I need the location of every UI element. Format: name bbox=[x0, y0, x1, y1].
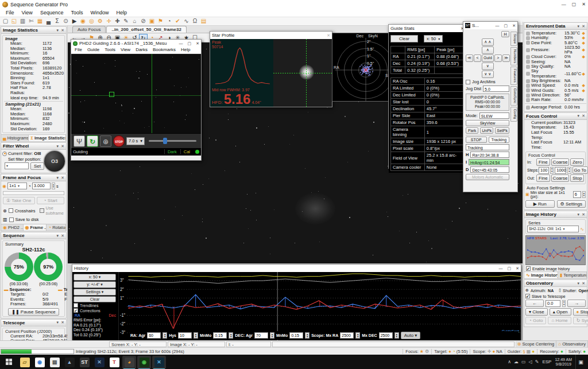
param-input-dec-agr[interactable]: 70 bbox=[254, 332, 268, 339]
jog-dist-input[interactable]: 5.0 bbox=[483, 86, 509, 92]
phd2-menu-item-tools[interactable]: Tools bbox=[102, 47, 118, 53]
tab-auto-focus[interactable]: Auto Focus bbox=[72, 26, 106, 33]
binning-dropdown[interactable]: 1x1 bbox=[7, 182, 27, 189]
slave-to-telescope-checkbox[interactable]: ✔ bbox=[525, 294, 530, 298]
taskbar-clock[interactable]: 12:49 AM9/8/2019 bbox=[555, 358, 572, 367]
run-sequence-icon[interactable]: ▶ bbox=[70, 17, 79, 25]
handbox-tab-scope[interactable]: Scope bbox=[510, 32, 517, 46]
loop-exposures-icon[interactable]: ↻ bbox=[87, 135, 98, 147]
steps-small-input[interactable]: 100 bbox=[539, 167, 549, 174]
phd2-menu-item-file[interactable]: File bbox=[72, 47, 84, 53]
close-icon[interactable] bbox=[516, 266, 519, 271]
phd2-menu-item-darks[interactable]: Darks bbox=[133, 47, 150, 53]
crosshairs-checkbox[interactable] bbox=[9, 208, 13, 213]
dock-tab-frame-[interactable]: ◉Frame ... bbox=[24, 224, 47, 231]
param-stepper[interactable]: ▲▼ bbox=[305, 332, 310, 339]
steps-large-stepper[interactable] bbox=[567, 167, 571, 174]
pin-icon[interactable] bbox=[57, 176, 59, 180]
checklist-icon[interactable]: ✔ bbox=[173, 17, 182, 25]
volume-icon[interactable]: ◁ bbox=[529, 359, 532, 364]
param-input-mx-dec[interactable]: 2500 bbox=[379, 332, 393, 339]
disable-icon[interactable]: ⊘ bbox=[139, 17, 148, 25]
filter-position-dropdown[interactable] bbox=[5, 162, 29, 169]
start-button[interactable] bbox=[0, 355, 17, 369]
close-panel-icon[interactable] bbox=[582, 24, 585, 29]
rotate-left-button[interactable] bbox=[525, 300, 544, 307]
hidden-icons-icon[interactable]: ∧ bbox=[508, 359, 511, 364]
pixinsight-icon[interactable]: ✕ bbox=[92, 356, 106, 369]
brightness-slider[interactable] bbox=[149, 140, 196, 142]
hourangle-field[interactable]: HrAng=01:24:54 bbox=[469, 159, 509, 165]
history-clear-button[interactable]: Clear bbox=[74, 296, 116, 302]
sync-button[interactable]: ↻ Sync bbox=[573, 317, 588, 324]
param-input-hys[interactable]: 10 bbox=[178, 332, 192, 339]
rotate-right-button[interactable] bbox=[567, 300, 586, 307]
close-panel-icon[interactable] bbox=[61, 144, 64, 149]
in-coarse-button[interactable]: Coarse bbox=[551, 158, 570, 166]
exposure-input[interactable]: 3.000 bbox=[32, 182, 51, 189]
close-panel-icon[interactable] bbox=[61, 234, 64, 238]
exposure-dropdown[interactable]: 7.0 s ▾ bbox=[126, 137, 145, 145]
phd2-menu-item-help[interactable]: Help bbox=[179, 47, 192, 53]
dock-tab-phd2-[interactable]: ◉PHD2 ... bbox=[1, 224, 24, 231]
skyview-button[interactable]: SkyView bbox=[466, 120, 509, 126]
tab-image-frame32[interactable]: ..in_200_offset_50_Oiii_frame32 bbox=[106, 26, 186, 33]
notification-center-icon[interactable]: ▣ bbox=[575, 355, 586, 369]
maximize-icon[interactable] bbox=[508, 266, 512, 271]
goto-button[interactable]: ◔ Goto bbox=[525, 317, 546, 324]
telescope-icon[interactable]: ✛ bbox=[105, 17, 113, 25]
connect-camera-icon[interactable]: Ψ bbox=[74, 135, 85, 147]
framing-wizard-icon[interactable]: ▣ bbox=[148, 17, 156, 25]
jog-right-button[interactable]: > bbox=[494, 55, 502, 62]
take-one-button[interactable]: ① Take One bbox=[3, 197, 35, 204]
plate-solve-icon[interactable]: ⊙ bbox=[61, 17, 70, 25]
param-stepper[interactable]: ▲▼ bbox=[355, 332, 360, 339]
corrections-checkbox[interactable]: ✔ bbox=[74, 308, 78, 313]
param-input-scope-mx-ra[interactable]: 2500 bbox=[340, 332, 354, 339]
guide-icon[interactable]: ⊕ bbox=[100, 135, 111, 147]
dock-button-scope-centering[interactable]: ⊕Scope Centering bbox=[516, 341, 557, 347]
autofocus-settings-button[interactable]: ⚙ Settings bbox=[557, 200, 586, 208]
save-sequence-icon[interactable]: ▥ bbox=[18, 17, 27, 25]
marker-flag-icon[interactable]: ⚑ bbox=[156, 17, 165, 25]
jog-up-fast-button[interactable]: ∧ ∧ bbox=[482, 38, 494, 46]
onedrive-icon[interactable]: ☁ bbox=[514, 359, 519, 364]
history-tab-image-history[interactable]: ∿Image History bbox=[524, 272, 558, 278]
close-panel-icon[interactable] bbox=[61, 176, 64, 180]
chart-icon[interactable]: ∿ bbox=[580, 227, 584, 232]
steps-small-stepper[interactable] bbox=[550, 167, 554, 174]
series-dropdown[interactable]: SH2-112c: OIII: 1x1 bbox=[527, 226, 579, 232]
pin-icon[interactable] bbox=[57, 320, 59, 325]
history-x-scale-dropdown[interactable]: x: 50 ▾ bbox=[74, 274, 116, 281]
notify-icon[interactable]: ◔ bbox=[165, 17, 173, 25]
pause-sequence-button[interactable]: ❚❚ Pause Sequence bbox=[8, 308, 59, 316]
home-button[interactable]: H bbox=[501, 31, 509, 37]
help-icon[interactable]: Ω bbox=[191, 17, 199, 25]
jog-right-fast-button[interactable]: ≫ bbox=[502, 55, 510, 62]
goto-button[interactable]: Go To bbox=[572, 166, 588, 174]
param-input-mnmo[interactable]: 0.15 bbox=[289, 332, 303, 339]
close-panel-icon[interactable] bbox=[582, 281, 585, 286]
stats-scale-dropdown[interactable]: x: 50 bbox=[424, 35, 443, 42]
param-stepper[interactable]: ▲▼ bbox=[270, 332, 274, 339]
menu-item-file[interactable]: File bbox=[2, 9, 18, 16]
close-panel-icon[interactable] bbox=[61, 320, 64, 325]
maximize-icon[interactable] bbox=[504, 24, 508, 28]
dec-field[interactable]: Dec=45:43:05 bbox=[470, 166, 509, 173]
close-icon[interactable] bbox=[582, 2, 586, 7]
menu-item-view[interactable]: View bbox=[18, 9, 36, 16]
clear-stats-button[interactable]: Clear bbox=[390, 35, 418, 42]
motors-automatic-button[interactable]: Motors Automatic bbox=[466, 174, 509, 180]
brush-icon[interactable]: ✎ bbox=[122, 17, 130, 25]
close-icon[interactable] bbox=[327, 33, 330, 38]
language-indicator[interactable]: ESP bbox=[542, 359, 551, 364]
steps-large-input[interactable]: 1000 bbox=[555, 167, 566, 174]
open-sequence-icon[interactable]: ◱ bbox=[10, 17, 18, 25]
unpark-button[interactable]: UnPk bbox=[480, 127, 493, 134]
run-autofocus-button[interactable]: ▶ Run bbox=[525, 200, 555, 208]
dec-mode-dropdown[interactable]: Auto ▾ bbox=[401, 332, 421, 339]
sgp-taskbar-icon[interactable]: ◕ bbox=[122, 356, 136, 369]
new-sequence-icon[interactable]: ▢ bbox=[1, 17, 10, 25]
pin-icon[interactable] bbox=[57, 28, 59, 33]
image-viewer-icon[interactable]: ▦ bbox=[36, 17, 44, 25]
